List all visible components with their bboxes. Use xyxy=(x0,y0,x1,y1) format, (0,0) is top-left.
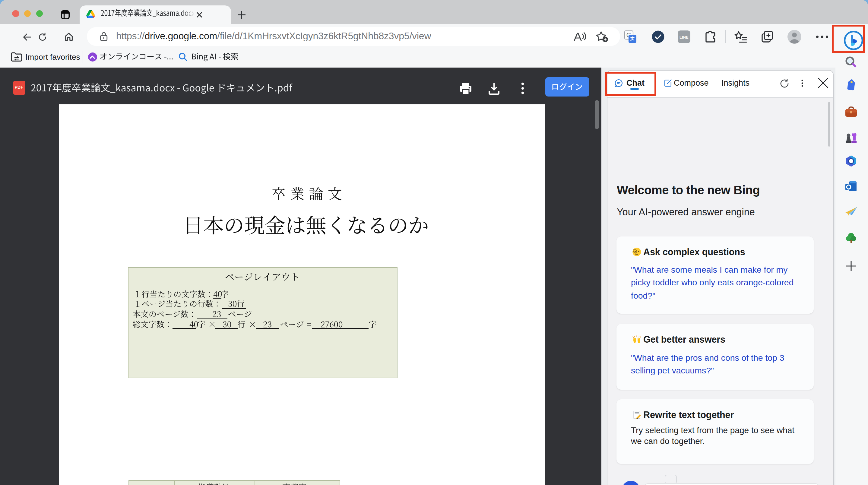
svg-text:LINE: LINE xyxy=(679,35,688,39)
